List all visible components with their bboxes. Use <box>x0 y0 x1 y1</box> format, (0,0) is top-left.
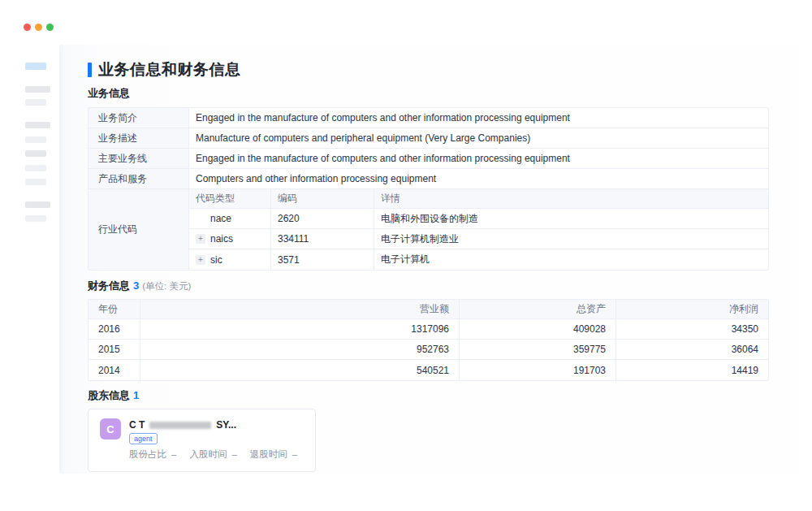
field-label: 退股时间 <box>250 449 287 459</box>
table-row: 2015 952763 359775 36064 <box>89 340 768 360</box>
expand-icon[interactable]: + <box>196 255 205 265</box>
code-detail-cell: 电子计算机 <box>374 249 768 270</box>
sidebar-skeleton-bar <box>25 86 50 93</box>
join-date-field: 入股时间– <box>189 448 236 461</box>
finance-count-badge: 3 <box>133 279 139 292</box>
row-value: Engaged in the manufacture of computers … <box>189 149 768 168</box>
column-header-assets: 总资产 <box>460 300 616 318</box>
field-label: 股份占比 <box>129 449 166 459</box>
business-info-table: 业务简介 Engaged in the manufacture of compu… <box>88 107 769 271</box>
row-label: 行业代码 <box>89 189 189 270</box>
revenue-cell: 952763 <box>140 340 460 359</box>
assets-cell: 409028 <box>460 319 616 339</box>
code-type-cell: + sic <box>189 249 271 270</box>
code-detail-cell: 电子计算机制造业 <box>374 229 768 249</box>
table-row: 业务描述 Manufacture of computers and periph… <box>89 128 768 149</box>
industry-codes-table: 代码类型 编码 详情 nace 2620 电脑和外围设备的制造 + naics <box>189 189 768 270</box>
sidebar-skeleton-bar <box>25 215 46 222</box>
column-header-profit: 净利润 <box>616 300 768 318</box>
field-value: – <box>171 449 176 459</box>
agent-tag: agent <box>129 433 158 444</box>
code-cell: 3571 <box>271 249 374 270</box>
profit-cell: 36064 <box>616 340 768 359</box>
profit-cell: 34350 <box>616 319 768 339</box>
sidebar-skeleton-bar <box>25 165 46 171</box>
code-type-cell: nace <box>189 209 271 228</box>
finance-section-title: 财务信息3(单位: 美元) <box>88 279 191 293</box>
row-label: 业务描述 <box>89 128 189 148</box>
table-row: nace 2620 电脑和外围设备的制造 <box>189 209 768 229</box>
page-title-row: 业务信息和财务信息 <box>88 59 241 80</box>
row-label: 产品和服务 <box>89 169 189 188</box>
field-value: – <box>231 449 236 459</box>
code-cell: 334111 <box>271 229 374 249</box>
table-row: 主要业务线 Engaged in the manufacture of comp… <box>89 149 768 169</box>
column-header: 详情 <box>374 189 768 208</box>
shareholder-name: C T SY... <box>129 419 236 431</box>
revenue-cell: 540521 <box>140 360 460 380</box>
year-cell: 2014 <box>89 360 140 380</box>
table-row: 产品和服务 Computers and other information pr… <box>89 169 768 189</box>
share-ratio-field: 股份占比– <box>129 448 176 461</box>
shareholder-count-badge: 1 <box>133 389 139 401</box>
code-cell: 2620 <box>271 209 374 228</box>
year-cell: 2015 <box>89 340 140 359</box>
table-row: + sic 3571 电子计算机 <box>189 249 768 270</box>
column-header: 代码类型 <box>189 189 271 208</box>
financial-table: 年份 营业额 总资产 净利润 2016 1317096 409028 34350… <box>88 299 769 381</box>
column-header-year: 年份 <box>89 300 140 318</box>
sidebar-item-active[interactable] <box>25 63 46 70</box>
row-value: Manufacture of computers and peripheral … <box>189 128 768 148</box>
row-label: 业务简介 <box>89 108 189 128</box>
sidebar-skeleton-bar <box>25 99 46 106</box>
table-row: 2016 1317096 409028 34350 <box>89 319 768 340</box>
codes-header-row: 代码类型 编码 详情 <box>189 189 768 209</box>
sidebar-skeleton-bar <box>25 150 46 157</box>
shareholder-fields: 股份占比– 入股时间– 退股时间– <box>129 448 297 461</box>
expand-icon[interactable]: + <box>196 234 205 244</box>
assets-cell: 359775 <box>460 340 616 359</box>
business-section-title: 业务信息 <box>88 86 130 101</box>
shareholder-section-title: 股东信息1 <box>88 388 139 403</box>
field-label: 入股时间 <box>189 449 227 459</box>
window-minimize-button[interactable] <box>35 24 42 31</box>
shareholder-name-prefix: C T <box>129 419 145 431</box>
row-label: 主要业务线 <box>89 149 189 168</box>
row-value: Computers and other information processi… <box>189 169 768 188</box>
table-row: 2014 540521 191703 14419 <box>89 360 768 380</box>
revenue-cell: 1317096 <box>140 319 460 339</box>
table-row: + naics 334111 电子计算机制造业 <box>189 229 768 249</box>
shareholder-name-suffix: SY... <box>216 419 236 431</box>
sidebar-skeleton-bar <box>25 179 46 185</box>
redacted-name-blur <box>149 422 211 429</box>
assets-cell: 191703 <box>460 360 616 380</box>
sidebar-skeleton-bar <box>25 122 50 128</box>
field-value: – <box>292 449 297 459</box>
column-header-revenue: 营业额 <box>140 300 460 318</box>
profit-cell: 14419 <box>616 360 768 380</box>
business-section-title-text: 业务信息 <box>88 87 130 99</box>
page-title: 业务信息和财务信息 <box>98 59 241 80</box>
window-zoom-button[interactable] <box>46 24 54 31</box>
finance-section-title-text: 财务信息 <box>88 279 130 292</box>
finance-unit-note: (单位: 美元) <box>142 281 191 291</box>
avatar: C <box>100 418 121 440</box>
code-type: nace <box>210 213 231 224</box>
code-type: naics <box>210 233 233 245</box>
sidebar-skeleton-bar <box>25 201 50 208</box>
shareholder-card[interactable]: C C T SY... agent 股份占比– 入股时间– 退股时间– <box>88 409 316 472</box>
code-detail-cell: 电脑和外围设备的制造 <box>374 209 768 228</box>
column-header: 编码 <box>271 189 374 208</box>
window-close-button[interactable] <box>24 24 31 31</box>
exit-date-field: 退股时间– <box>250 448 297 461</box>
code-type-cell: + naics <box>189 229 271 249</box>
shareholder-section-title-text: 股东信息 <box>88 389 130 401</box>
expand-spacer <box>196 214 205 223</box>
row-value: Engaged in the manufacture of computers … <box>189 108 768 128</box>
code-type: sic <box>210 254 222 266</box>
table-header-row: 年份 营业额 总资产 净利润 <box>89 300 768 319</box>
title-accent-bar <box>88 63 92 77</box>
table-row: 业务简介 Engaged in the manufacture of compu… <box>89 108 768 128</box>
year-cell: 2016 <box>89 319 140 339</box>
industry-codes-row: 行业代码 代码类型 编码 详情 nace 2620 电脑和外围设备的制造 <box>89 189 768 270</box>
